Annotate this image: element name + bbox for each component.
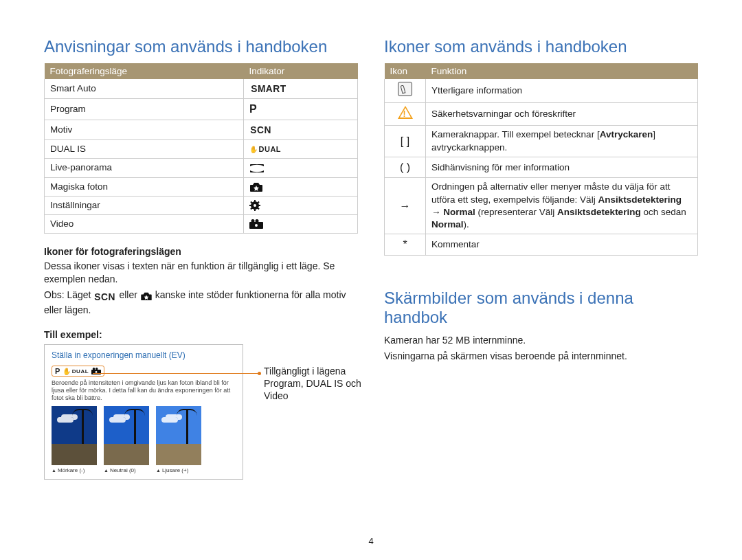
example-wrapper: Ställa in exponeringen manuellt (EV) P ✋… — [44, 344, 358, 479]
text-part: ). — [464, 219, 469, 229]
gear-icon — [249, 200, 260, 211]
function-cell: Ordningen på alternativ eller menyer mås… — [426, 178, 698, 234]
text-part: Kameraknappar. Till exempel betecknar [ — [431, 129, 600, 139]
col-icon-header: Ikon — [385, 63, 426, 79]
thumb-neutral: Neutral (0) — [104, 406, 149, 473]
paren-icon: ( ) — [400, 161, 410, 173]
table-row: ( ) Sidhänvisning för mer information — [385, 157, 698, 178]
arrow-icon: → — [400, 200, 411, 212]
table-row: Magiska foton — [45, 177, 358, 196]
magic-photo-icon — [249, 182, 263, 192]
screenshots-line-2: Visningarna på skärmen visas beroende på… — [384, 350, 698, 363]
mode-cell: Program — [45, 99, 244, 120]
smart-auto-icon: SMART — [251, 82, 286, 96]
indicator-cell: SMART — [244, 79, 358, 99]
function-cell: Ytterligare information — [426, 79, 698, 103]
svg-point-14 — [256, 219, 259, 223]
left-heading: Anvisningar som används i handboken — [44, 37, 358, 56]
function-cell: Säkerhetsvarningar och föreskrifter — [426, 103, 698, 126]
indicator-cell: SCN — [244, 120, 358, 139]
mode-cell: Smart Auto — [45, 79, 244, 99]
indicator-cell: P — [244, 99, 358, 120]
mode-cell: Video — [45, 214, 244, 233]
indicator-cell: ✋DUAL — [244, 140, 358, 159]
modes-icons-desc: Dessa ikoner visas i texten när en funkt… — [44, 260, 358, 286]
panorama-icon — [249, 164, 265, 173]
text-part: → — [431, 207, 443, 217]
mode-cell: Live-panorama — [45, 159, 244, 177]
text-bold: Avtryckaren — [600, 129, 653, 139]
function-cell: Sidhänvisning för mer information — [426, 157, 698, 178]
thumb-caption: Mörkare (-) — [52, 467, 97, 473]
table-row: Smart Auto SMART — [45, 79, 358, 99]
info-icon — [398, 82, 412, 96]
icon-cell: ( ) — [385, 157, 426, 178]
text-bold: Normal — [443, 207, 475, 217]
table-row: * Kommentar — [385, 234, 698, 256]
indicator-cell — [244, 177, 358, 196]
svg-rect-6 — [249, 205, 251, 206]
mode-cell: Magiska foton — [45, 177, 244, 196]
svg-rect-5 — [254, 209, 256, 211]
manual-page: Anvisningar som används i handboken Foto… — [0, 0, 742, 560]
video-icon — [249, 219, 263, 229]
right-column: Ikoner som används i handboken Ikon Funk… — [384, 37, 698, 560]
page-number: 4 — [0, 536, 742, 546]
function-cell: Kommentar — [426, 234, 698, 256]
shooting-mode-table: Fotograferingsläge Indikator Smart Auto … — [44, 63, 358, 234]
thumb-darker: Mörkare (-) — [52, 406, 97, 473]
function-cell: Kameraknappar. Till exempel betecknar [A… — [426, 126, 698, 157]
text-bold: Ansiktsdetektering — [557, 207, 641, 217]
modes-icons-note: Obs: Läget SCN eller kanske inte stöder … — [44, 289, 358, 317]
example-callout: Tillgängligt i lägena Program, DUAL IS o… — [264, 365, 381, 403]
example-title: Ställa in exponeringen manuellt (EV) — [52, 350, 236, 360]
table-row: → Ordningen på alternativ eller menyer m… — [385, 178, 698, 234]
svg-point-18 — [93, 368, 95, 370]
icon-cell: * — [385, 234, 426, 256]
mode-cell: Inställningar — [45, 196, 244, 214]
icon-cell — [385, 79, 426, 103]
modes-icons-subheading: Ikoner för fotograferingslägen — [44, 246, 358, 257]
text-bold: Ansiktsdetektering — [598, 194, 682, 205]
example-mode-badges: P ✋DUAL — [52, 366, 104, 377]
svg-rect-7 — [258, 205, 260, 206]
indicator-cell — [244, 159, 358, 177]
thumb-caption: Ljusare (+) — [156, 467, 201, 473]
icon-cell: → — [385, 178, 426, 234]
right-heading-2: Skärmbilder som används i denna handbok — [384, 289, 698, 327]
note-part-a: Obs: Läget — [44, 289, 93, 300]
svg-point-15 — [255, 224, 258, 227]
table-row: Ytterligare information — [385, 79, 698, 103]
table-row: Live-panorama — [45, 159, 358, 177]
col-function-header: Funktion — [426, 63, 698, 79]
scene-icon: SCN — [250, 123, 271, 137]
screenshots-line-1: Kameran har 52 MB internminne. — [384, 334, 698, 347]
table-row: Inställningar — [45, 196, 358, 214]
table-row: Motiv SCN — [45, 120, 358, 139]
example-thumbnails: Mörkare (-) Neutral (0) Ljusare (+) — [52, 406, 236, 473]
example-desc: Beroende på intensiteten i omgivande lju… — [52, 379, 236, 401]
example-box: Ställa in exponeringen manuellt (EV) P ✋… — [44, 344, 243, 479]
svg-point-19 — [95, 368, 98, 370]
indicator-cell — [244, 196, 358, 214]
bracket-icon: [ ] — [401, 135, 409, 147]
warning-icon — [398, 106, 413, 119]
text-bold: Normal — [431, 219, 464, 229]
table-row: Video — [45, 214, 358, 233]
program-icon: P — [55, 367, 60, 375]
dual-is-icon: ✋DUAL — [249, 144, 281, 155]
icon-cell: [ ] — [385, 126, 426, 157]
thumb-caption: Neutral (0) — [104, 467, 149, 473]
svg-point-13 — [251, 219, 255, 223]
callout-line — [93, 373, 259, 374]
col-indicator-header: Indikator — [244, 63, 358, 79]
icon-cell — [385, 103, 426, 126]
thumb-lighter: Ljusare (+) — [156, 406, 201, 473]
col-mode-header: Fotograferingsläge — [45, 63, 244, 79]
svg-rect-4 — [254, 200, 256, 202]
text-part: och sedan — [641, 207, 686, 217]
magic-photo-icon — [140, 292, 153, 300]
scene-icon: SCN — [95, 290, 116, 304]
icon-meaning-table: Ikon Funktion Ytterligare information Sä… — [384, 63, 698, 256]
mode-cell: Motiv — [45, 120, 244, 139]
